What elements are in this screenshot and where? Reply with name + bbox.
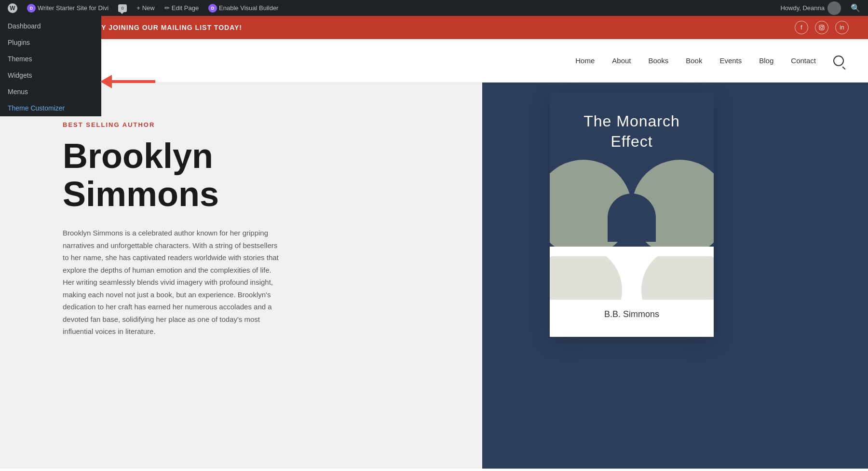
visual-builder-divi-icon: D (208, 4, 217, 13)
howdy-item[interactable]: Howdy, Deanna (776, 1, 845, 15)
nav-search-icon[interactable] (833, 55, 844, 66)
edit-page-label: Edit Page (172, 4, 199, 12)
bottom-circle-left (550, 256, 622, 300)
bottom-circle-right (641, 256, 714, 300)
admin-search-icon[interactable]: 🔍 (847, 3, 864, 13)
hero-subtitle: BEST SELLING AUTHOR (63, 121, 285, 128)
nav-contact[interactable]: Contact (791, 56, 816, 65)
appearance-dropdown: Dashboard Plugins Themes Widgets Menus T… (0, 16, 101, 116)
book-cover: The MonarchEffect (550, 92, 714, 247)
comment-bubble-icon: 0 (118, 4, 127, 12)
new-label: New (142, 4, 155, 12)
author-bio-text: Brooklyn Simmons is a celebrated author … (63, 227, 285, 338)
dropdown-item-theme-customizer[interactable]: Theme Customizer (0, 100, 101, 116)
top-bar: GET A FREE EBOOK BY JOINING OUR MAILING … (0, 16, 868, 39)
svg-point-2 (823, 26, 824, 27)
book-cover-design (550, 160, 714, 247)
hero-content: BEST SELLING AUTHOR BrooklynSimmons Broo… (0, 83, 323, 469)
dropdown-item-themes[interactable]: Themes (0, 51, 101, 67)
svg-point-1 (821, 27, 823, 29)
plus-icon: + (136, 4, 140, 12)
site-name-item[interactable]: D Writer Starter Site for Divi (23, 0, 112, 16)
nav-about[interactable]: About (612, 56, 631, 65)
arrow-head-icon (100, 75, 112, 88)
nav-book[interactable]: Book (686, 56, 702, 65)
instagram-icon[interactable] (815, 21, 828, 34)
dropdown-item-menus[interactable]: Menus (0, 83, 101, 100)
author-name-heading: BrooklynSimmons (63, 137, 285, 213)
enable-visual-builder-item[interactable]: D Enable Visual Builder (204, 0, 282, 16)
nav-blog[interactable]: Blog (759, 56, 773, 65)
dropdown-item-widgets[interactable]: Widgets (0, 67, 101, 83)
comments-item[interactable]: 0 (114, 0, 131, 16)
social-icons-group: f in (795, 21, 849, 34)
pencil-icon: ✏ (164, 4, 170, 12)
edit-page-item[interactable]: ✏ Edit Page (161, 0, 203, 16)
dropdown-item-dashboard[interactable]: Dashboard (0, 18, 101, 34)
comment-count: 0 (122, 6, 124, 11)
admin-bar-right: Howdy, Deanna 🔍 (776, 1, 864, 15)
howdy-text: Howdy, Deanna (780, 4, 825, 12)
book-card: The MonarchEffect B.B. Simmons (550, 92, 714, 337)
arrow-indicator (101, 75, 155, 88)
arrow-line (112, 80, 155, 83)
admin-bar: W D Writer Starter Site for Divi 0 + New… (0, 0, 868, 16)
nav-events[interactable]: Events (719, 56, 742, 65)
facebook-icon[interactable]: f (795, 21, 808, 34)
avatar (827, 1, 841, 15)
svg-rect-0 (819, 25, 824, 30)
book-author-name: B.B. Simmons (604, 304, 659, 327)
book-title: The MonarchEffect (564, 111, 699, 152)
cover-circle-center (608, 194, 656, 242)
nav-books[interactable]: Books (649, 56, 669, 65)
visual-builder-label: Enable Visual Builder (219, 4, 278, 12)
nav-home[interactable]: Home (575, 56, 595, 65)
book-bottom-section: B.B. Simmons (550, 247, 714, 337)
wp-logo-item[interactable]: W (4, 0, 21, 16)
site-name-label: Writer Starter Site for Divi (38, 4, 108, 12)
dropdown-item-plugins[interactable]: Plugins (0, 34, 101, 51)
linkedin-icon[interactable]: in (835, 21, 849, 34)
nav-menu: Home About Books Book Events Blog Contac… (575, 55, 844, 66)
divi-icon: D (27, 4, 36, 13)
main-content: BEST SELLING AUTHOR BrooklynSimmons Broo… (0, 83, 868, 469)
wp-logo-icon: W (8, 3, 17, 13)
new-item[interactable]: + New (133, 0, 159, 16)
book-bottom-design (550, 256, 714, 300)
